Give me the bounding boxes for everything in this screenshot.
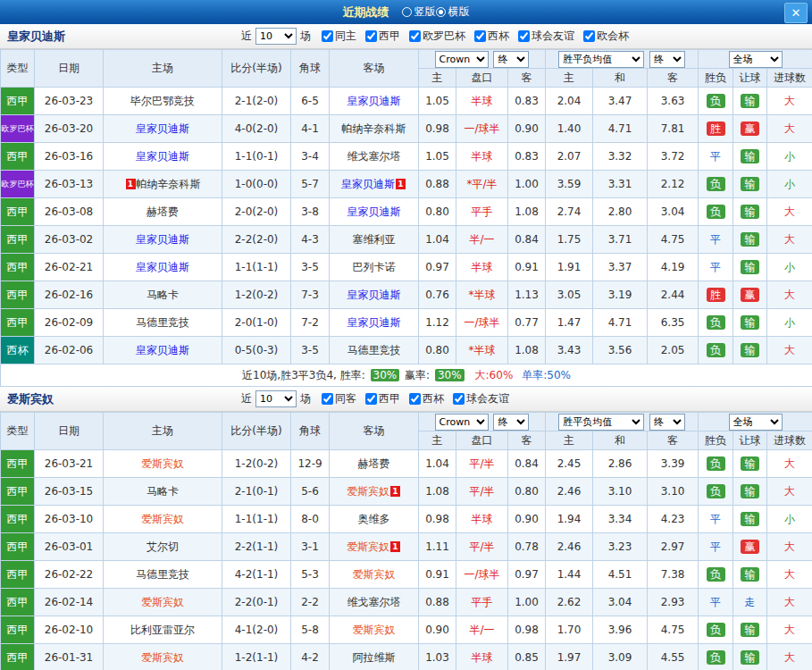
- europe-odds-select[interactable]: 胜平负均值: [558, 51, 644, 68]
- team-link[interactable]: 艾尔切: [146, 540, 179, 553]
- europe-away-odds: 4.23: [648, 506, 699, 533]
- europe-away-odds: 6.35: [648, 309, 699, 337]
- team-link[interactable]: 赫塔费: [358, 457, 390, 470]
- filter-同主[interactable]: 同主: [322, 29, 356, 44]
- filter-checkbox[interactable]: [365, 30, 377, 42]
- filter-西杯[interactable]: 西杯: [409, 391, 444, 406]
- odds-time-select[interactable]: 终: [493, 414, 529, 431]
- team-link[interactable]: 皇家贝迪斯: [347, 205, 401, 218]
- corner-cell: 4-2: [291, 644, 330, 670]
- filter-checkbox[interactable]: [518, 30, 530, 42]
- team-link[interactable]: 皇家贝迪斯: [341, 178, 395, 190]
- close-button[interactable]: ✕: [784, 3, 808, 23]
- league-badge: 西甲: [1, 450, 34, 477]
- vertical-layout-radio[interactable]: 竖版: [402, 4, 436, 20]
- filter-球会友谊[interactable]: 球会友谊: [453, 391, 509, 406]
- corner-cell: 8-0: [291, 506, 330, 533]
- team-link[interactable]: 维戈塞尔塔: [347, 150, 401, 163]
- team-link[interactable]: 马德里竞技: [136, 568, 189, 581]
- goals-badge: 大: [784, 457, 795, 470]
- europe-odds-group: 胜平负均值 终: [546, 50, 699, 69]
- filter-checkbox[interactable]: [409, 30, 421, 42]
- team-link[interactable]: 爱斯宾奴: [141, 651, 184, 664]
- col-asian-line: 盘口: [456, 431, 508, 450]
- team-link[interactable]: 爱斯宾奴: [353, 624, 396, 636]
- europe-time-select[interactable]: 终: [649, 414, 685, 431]
- asian-away-odds: 0.98: [508, 616, 546, 644]
- team-link[interactable]: 比利亚雷亚尔: [130, 624, 195, 636]
- match-row: 西甲26-03-23毕尔巴鄂竞技2-1(2-0)6-5皇家贝迪斯1.05半球0.…: [1, 88, 812, 115]
- asian-home-odds: 1.11: [419, 533, 456, 561]
- score-cell: 1-1(1-1): [222, 506, 291, 533]
- goals-cell: 大: [767, 450, 812, 478]
- home-team-cell: 比利亚雷亚尔: [104, 616, 222, 644]
- team-link[interactable]: 马德里竞技: [136, 316, 189, 329]
- filter-checkbox[interactable]: [409, 393, 421, 405]
- team-link[interactable]: 皇家贝迪斯: [136, 122, 189, 135]
- europe-odds-select[interactable]: 胜平负均值: [558, 414, 644, 431]
- team-link[interactable]: 皇家贝迪斯: [136, 150, 189, 163]
- near-count-select[interactable]: 10: [255, 28, 297, 45]
- team-link[interactable]: 维戈塞尔塔: [347, 596, 401, 608]
- team-link[interactable]: 皇家贝迪斯: [347, 289, 401, 301]
- filter-西甲[interactable]: 西甲: [365, 391, 400, 406]
- away-team-cell: 马德里竞技: [330, 337, 419, 364]
- team-link[interactable]: 皇家贝迪斯: [347, 316, 401, 329]
- odds-company-select[interactable]: Crown: [435, 51, 489, 68]
- filter-checkbox[interactable]: [322, 30, 333, 42]
- team-link[interactable]: 皇家贝迪斯: [136, 261, 189, 273]
- col-corner: 角球: [291, 413, 330, 450]
- league-cell: 西甲: [1, 309, 35, 337]
- team-link[interactable]: 皇家贝迪斯: [136, 233, 189, 246]
- away-team-cell: 塞维利亚: [330, 226, 419, 254]
- filter-label: 球会友谊: [466, 391, 509, 406]
- filter-同客[interactable]: 同客: [322, 391, 356, 406]
- team-link[interactable]: 爱斯宾奴: [141, 457, 184, 470]
- team-link[interactable]: 塞维利亚: [353, 233, 396, 246]
- team-link[interactable]: 爱斯宾奴: [347, 540, 389, 553]
- corner-cell: 12-9: [291, 450, 330, 478]
- team-link[interactable]: 爱斯宾奴: [141, 513, 184, 525]
- corner-cell: 3-1: [291, 533, 330, 561]
- near-count-select[interactable]: 10: [255, 390, 297, 407]
- spread-cell: 输: [733, 198, 767, 226]
- europe-away-odds: 7.81: [648, 115, 699, 143]
- team-link[interactable]: 阿拉维斯: [353, 651, 396, 664]
- team-link[interactable]: 帕纳辛奈科斯: [342, 122, 406, 135]
- team-link[interactable]: 皇家贝迪斯: [347, 95, 401, 107]
- odds-company-select[interactable]: Crown: [435, 414, 489, 431]
- team-link[interactable]: 马略卡: [146, 289, 179, 301]
- filter-球会友谊[interactable]: 球会友谊: [518, 29, 574, 44]
- team-link[interactable]: 爱斯宾奴: [347, 485, 389, 498]
- team-link[interactable]: 巴列卡诺: [353, 261, 396, 273]
- col-corner: 角球: [291, 50, 330, 88]
- team-link[interactable]: 马德里竞技: [347, 344, 401, 356]
- filter-checkbox[interactable]: [474, 30, 486, 42]
- filter-西杯[interactable]: 西杯: [474, 29, 509, 44]
- europe-time-select[interactable]: 终: [649, 51, 685, 68]
- asian-home-odds: 1.05: [419, 143, 456, 171]
- team-link[interactable]: 爱斯宾奴: [353, 568, 396, 581]
- scope-select[interactable]: 全场: [729, 414, 783, 431]
- horizontal-layout-radio[interactable]: 横版: [436, 4, 470, 20]
- filter-checkbox[interactable]: [453, 393, 465, 405]
- europe-home-odds: 2.04: [546, 88, 593, 115]
- league-cell: 西甲: [1, 254, 35, 281]
- team-link[interactable]: 爱斯宾奴: [141, 596, 184, 608]
- filter-西甲[interactable]: 西甲: [365, 29, 400, 44]
- filter-欧罗巴杯[interactable]: 欧罗巴杯: [409, 29, 465, 44]
- team-link[interactable]: 毕尔巴鄂竞技: [130, 95, 195, 107]
- filter-欧会杯[interactable]: 欧会杯: [583, 29, 629, 44]
- scope-select[interactable]: 全场: [729, 51, 783, 68]
- team-link[interactable]: 马略卡: [146, 485, 179, 498]
- filter-checkbox[interactable]: [322, 393, 333, 405]
- filter-checkbox[interactable]: [365, 393, 377, 405]
- team-link[interactable]: 皇家贝迪斯: [136, 344, 189, 356]
- odds-time-select[interactable]: 终: [493, 51, 529, 68]
- team-link[interactable]: 奥维多: [358, 513, 390, 525]
- filter-checkbox[interactable]: [583, 30, 595, 42]
- home-team-cell: 毕尔巴鄂竞技: [104, 88, 222, 115]
- team-link[interactable]: 帕纳辛奈科斯: [137, 178, 201, 190]
- sections-container: 皇家贝迪斯 近 10 场 同主西甲欧罗巴杯西杯球会友谊欧会杯 类型 日期 主场: [0, 24, 812, 670]
- team-link[interactable]: 赫塔费: [146, 205, 179, 218]
